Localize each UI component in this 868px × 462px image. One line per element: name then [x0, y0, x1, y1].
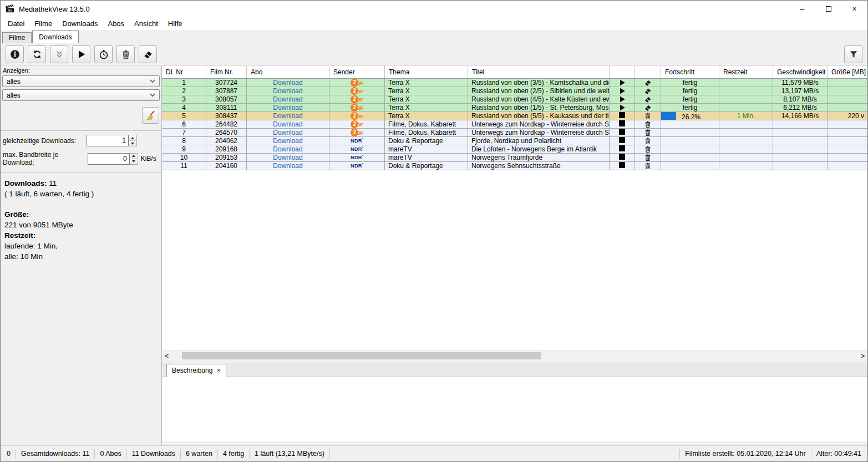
- abo-download-link[interactable]: Download: [247, 137, 329, 145]
- delete-button[interactable]: [116, 45, 135, 63]
- refresh-button[interactable]: [28, 45, 46, 63]
- column-header[interactable]: [635, 66, 661, 78]
- menu-abos[interactable]: Abos: [103, 19, 129, 28]
- filter-dropdown-2[interactable]: alles: [2, 89, 160, 101]
- row-cleanup-button[interactable]: [635, 95, 661, 103]
- filter-button[interactable]: [844, 45, 862, 63]
- table-row[interactable]: 9209168DownloadNDR*mareTVDie Lofoten - N…: [162, 145, 867, 154]
- minimize-button[interactable]: –: [789, 1, 815, 17]
- scroll-right-button[interactable]: >: [858, 351, 867, 361]
- abo-download-link[interactable]: Download: [247, 162, 329, 170]
- column-header[interactable]: Geschwindigkeit: [773, 66, 828, 78]
- close-button[interactable]: ×: [841, 1, 867, 17]
- column-header[interactable]: [610, 66, 635, 78]
- abo-download-link[interactable]: Download: [247, 145, 329, 153]
- table-row[interactable]: 1307724Download2DFTerra XRussland von ob…: [162, 79, 867, 87]
- row-play-button[interactable]: [610, 79, 635, 87]
- table-row[interactable]: 6264482Download2DFFilme, Dokus, Kabarett…: [162, 120, 867, 129]
- cell-film-nr: 209168: [206, 145, 247, 153]
- row-stop-button[interactable]: [610, 112, 635, 120]
- row-delete-button[interactable]: [635, 129, 661, 136]
- bandwidth-stepper[interactable]: 0: [88, 153, 138, 165]
- column-header[interactable]: Restzeit: [719, 66, 773, 78]
- column-header[interactable]: Film Nr.: [206, 66, 247, 78]
- row-cleanup-button[interactable]: [635, 87, 661, 95]
- status-abos: 0 Abos: [95, 449, 126, 459]
- row-stop-button[interactable]: [610, 120, 635, 128]
- defer-button[interactable]: [94, 45, 113, 63]
- simultaneous-downloads-stepper[interactable]: 1: [87, 135, 137, 146]
- simultaneous-downloads-value[interactable]: 1: [87, 135, 129, 146]
- filter-dropdown-1[interactable]: alles: [2, 75, 160, 87]
- scrollbar-track[interactable]: [171, 351, 858, 361]
- row-cleanup-button[interactable]: [635, 79, 661, 87]
- row-stop-button[interactable]: [610, 154, 635, 161]
- table-row[interactable]: 7264570Download2DFFilme, Dokus, Kabarett…: [162, 129, 867, 137]
- row-play-button[interactable]: [610, 95, 635, 103]
- row-stop-button[interactable]: [610, 137, 635, 145]
- menu-hilfe[interactable]: Hilfe: [163, 19, 187, 28]
- scrollbar-thumb[interactable]: [182, 352, 541, 359]
- row-stop-button[interactable]: [610, 145, 635, 153]
- column-header[interactable]: Thema: [385, 66, 468, 78]
- abo-download-link[interactable]: Download: [247, 104, 329, 111]
- spin-down-button[interactable]: [129, 140, 136, 146]
- column-header[interactable]: Abo: [247, 66, 329, 78]
- row-delete-button[interactable]: [635, 162, 661, 170]
- row-stop-button[interactable]: [610, 129, 635, 136]
- column-header[interactable]: Titel: [468, 66, 610, 78]
- table-row[interactable]: 3308057Download2DFTerra XRussland von ob…: [162, 95, 867, 104]
- spin-up-button[interactable]: [129, 135, 136, 140]
- abo-download-link[interactable]: Download: [247, 129, 329, 136]
- trash-icon: [644, 129, 652, 136]
- tab-downloads[interactable]: Downloads: [32, 31, 78, 43]
- column-header[interactable]: Sender: [329, 66, 385, 78]
- row-delete-button[interactable]: [635, 120, 661, 128]
- start-downloads-button[interactable]: [72, 45, 90, 63]
- row-play-button[interactable]: [610, 87, 635, 95]
- zdf-logo: 2DF: [351, 87, 363, 95]
- row-stop-button[interactable]: [610, 162, 635, 170]
- cell-sender: NDR*: [329, 145, 385, 153]
- column-header[interactable]: DL Nr: [162, 66, 206, 78]
- scroll-left-button[interactable]: <: [162, 351, 171, 361]
- abo-download-link[interactable]: Download: [247, 112, 329, 120]
- menu-filme[interactable]: Filme: [29, 19, 57, 28]
- row-delete-button[interactable]: [635, 154, 661, 161]
- abo-download-link[interactable]: Download: [247, 120, 329, 128]
- menu-ansicht[interactable]: Ansicht: [129, 19, 163, 28]
- cell-groesse: [828, 129, 867, 136]
- spin-up-button[interactable]: [130, 154, 138, 159]
- menu-datei[interactable]: Datei: [3, 19, 29, 28]
- abo-download-link[interactable]: Download: [247, 95, 329, 103]
- spin-down-button[interactable]: [130, 159, 138, 164]
- tab-filme[interactable]: Filme: [2, 32, 32, 43]
- bandwidth-value[interactable]: 0: [88, 153, 130, 165]
- cleanup-button[interactable]: [139, 45, 157, 63]
- cell-titel: Russland von oben (1/5) - St. Petersburg…: [468, 104, 610, 111]
- close-tab-icon[interactable]: ×: [216, 368, 221, 373]
- table-row[interactable]: 4308111Download2DFTerra XRussland von ob…: [162, 104, 867, 112]
- move-down-button[interactable]: [50, 45, 68, 63]
- menu-downloads[interactable]: Downloads: [57, 19, 103, 28]
- table-row[interactable]: 2307887Download2DFTerra XRussland von ob…: [162, 87, 867, 95]
- table-row[interactable]: 10209153DownloadNDR*mareTVNorwegens Trau…: [162, 154, 867, 162]
- horizontal-scrollbar[interactable]: < >: [162, 351, 867, 361]
- row-play-button[interactable]: [610, 104, 635, 111]
- abo-download-link[interactable]: Download: [247, 154, 329, 161]
- row-delete-button[interactable]: [635, 137, 661, 145]
- column-header[interactable]: Größe [MB]: [828, 66, 867, 78]
- tab-beschreibung[interactable]: Beschreibung ×: [166, 364, 226, 377]
- info-button[interactable]: [6, 45, 24, 63]
- row-delete-button[interactable]: [635, 112, 661, 120]
- abo-download-link[interactable]: Download: [247, 79, 329, 87]
- maximize-button[interactable]: [815, 1, 841, 17]
- clear-filter-button[interactable]: [142, 107, 159, 124]
- row-delete-button[interactable]: [635, 145, 661, 153]
- table-row[interactable]: 5308437Download2DFTerra XRussland von ob…: [162, 112, 867, 120]
- row-cleanup-button[interactable]: [635, 104, 661, 111]
- table-row[interactable]: 8204062DownloadNDR*Doku & ReportageFjord…: [162, 137, 867, 145]
- column-header[interactable]: Fortschritt: [661, 66, 719, 78]
- table-row[interactable]: 11204160DownloadNDR*Doku & ReportageNorw…: [162, 162, 867, 170]
- abo-download-link[interactable]: Download: [247, 87, 329, 95]
